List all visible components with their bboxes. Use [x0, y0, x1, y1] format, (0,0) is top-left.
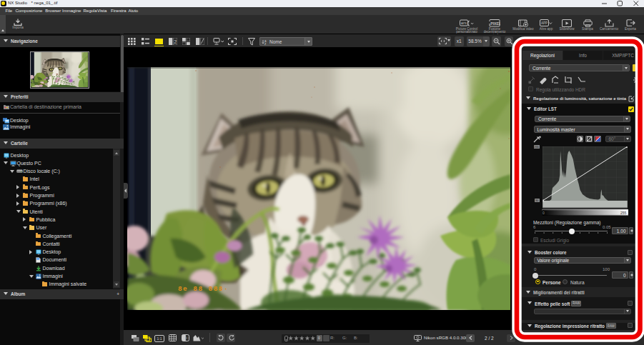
- svg-text:z: z: [264, 42, 267, 45]
- svg-text:i: i: [187, 336, 187, 340]
- svg-text:PIXEL: PIXEL: [490, 21, 500, 26]
- svg-text:APP: APP: [541, 21, 548, 25]
- svg-text:2: 2: [174, 39, 177, 44]
- svg-text:8e 88 888·: 8e 88 888·: [178, 285, 229, 293]
- svg-text:APS: APS: [461, 21, 467, 25]
